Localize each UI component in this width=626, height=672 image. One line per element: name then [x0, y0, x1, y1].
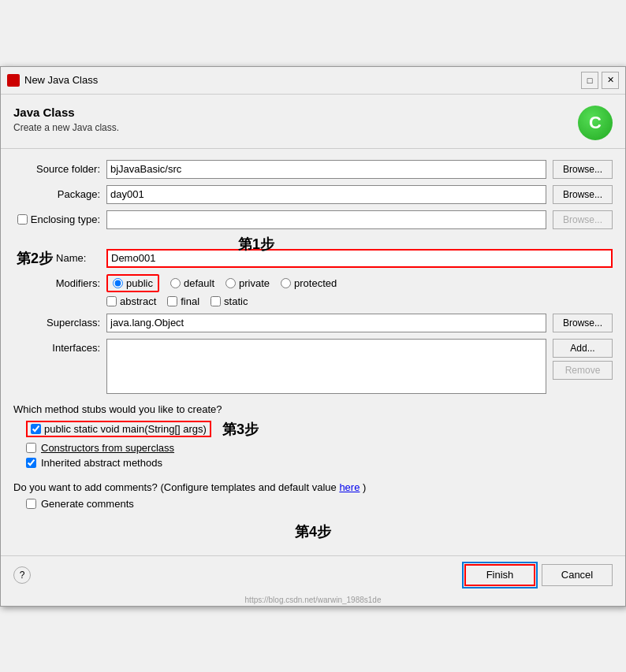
protected-label: protected	[294, 277, 337, 289]
enclosing-type-checkbox[interactable]	[17, 214, 28, 225]
final-label: final	[181, 295, 199, 307]
dialog-subtitle: Create a new Java class.	[13, 122, 119, 133]
abstract-checkbox-option: abstract	[106, 295, 156, 307]
help-button[interactable]: ?	[13, 566, 31, 584]
footer-left: ?	[13, 566, 31, 584]
interfaces-section: Interfaces: Add... Remove	[13, 339, 613, 394]
close-button[interactable]: ✕	[602, 72, 619, 89]
source-folder-browse-button[interactable]: Browse...	[553, 160, 613, 179]
step2-label: 第2步	[17, 249, 53, 268]
superclass-browse-button[interactable]: Browse...	[553, 314, 613, 332]
private-label: private	[239, 277, 270, 289]
generate-comments-checkbox[interactable]	[26, 499, 36, 509]
name-input[interactable]	[106, 249, 613, 268]
package-input[interactable]	[106, 185, 546, 204]
protected-radio[interactable]	[281, 278, 291, 288]
inherited-item: Inherited abstract methods	[26, 457, 613, 469]
static-label: static	[224, 295, 248, 307]
private-radio[interactable]	[225, 278, 236, 288]
step1-label: 第1步	[238, 235, 274, 254]
add-interface-button[interactable]: Add...	[553, 339, 613, 358]
package-browse-button[interactable]: Browse...	[553, 185, 613, 204]
inherited-label: Inherited abstract methods	[41, 457, 162, 469]
main-method-checkbox[interactable]	[31, 424, 41, 434]
modifier-checkboxes: abstract final static	[106, 295, 613, 307]
dialog-body: Source folder: Browse... Package: Browse…	[1, 149, 625, 555]
title-text: New Java Class	[24, 74, 576, 86]
superclass-input[interactable]	[106, 314, 546, 332]
source-folder-row: Source folder: Browse...	[13, 160, 613, 179]
dialog-footer: ? Finish Cancel	[1, 555, 625, 594]
method-stubs-section: Which method stubs would you like to cre…	[13, 403, 613, 472]
interfaces-buttons: Add... Remove	[553, 339, 613, 394]
default-radio-option: default	[170, 277, 214, 289]
abstract-checkbox[interactable]	[106, 296, 117, 306]
radio-group: public default private protected	[106, 274, 337, 292]
static-checkbox[interactable]	[211, 296, 221, 306]
final-checkbox-option: final	[167, 295, 199, 307]
dialog-header-text: Java Class Create a new Java class.	[13, 106, 119, 133]
dialog-title: Java Class	[13, 106, 119, 119]
modifiers-row: Modifiers: public default private	[13, 274, 613, 292]
static-checkbox-option: static	[211, 295, 248, 307]
enclosing-type-label: Enclosing type:	[31, 213, 100, 225]
enclosing-type-input[interactable]	[106, 210, 546, 229]
cancel-button[interactable]: Cancel	[542, 564, 613, 586]
dialog-window: New Java Class □ ✕ Java Class Create a n…	[0, 66, 626, 607]
protected-radio-option: protected	[281, 277, 337, 289]
title-controls: □ ✕	[581, 72, 619, 89]
enclosing-browse-button: Browse...	[553, 210, 613, 229]
interfaces-label: Interfaces:	[13, 339, 100, 394]
main-method-highlight: public static void main(String[] args)	[26, 421, 211, 437]
name-row: 第1步 第2步 Name:	[13, 249, 613, 268]
abstract-label: abstract	[120, 295, 156, 307]
final-checkbox[interactable]	[167, 296, 177, 306]
enclosing-type-row: Enclosing type: Browse...	[13, 210, 613, 229]
main-method-label: public static void main(String[] args)	[44, 423, 207, 435]
generate-comments-row: Generate comments	[26, 498, 613, 510]
comments-question-text: Do you want to add comments? (Configure …	[13, 481, 337, 493]
footer-right: Finish Cancel	[464, 564, 613, 586]
package-label: Package:	[13, 188, 100, 200]
default-radio[interactable]	[170, 278, 181, 288]
constructors-item: Constructors from superclass	[26, 442, 613, 454]
inherited-checkbox[interactable]	[26, 458, 36, 468]
superclass-label: Superclass:	[13, 317, 100, 329]
title-bar: New Java Class □ ✕	[1, 67, 625, 95]
title-icon	[7, 74, 20, 87]
main-method-item: public static void main(String[] args) 第…	[26, 420, 613, 439]
generate-comments-label: Generate comments	[41, 498, 134, 510]
constructors-checkbox[interactable]	[26, 443, 36, 453]
source-folder-input[interactable]	[106, 160, 546, 179]
step4-label: 第4步	[13, 522, 613, 541]
modifiers-section: Modifiers: public default private	[13, 274, 613, 307]
default-label: default	[184, 277, 214, 289]
java-icon: C	[578, 106, 613, 140]
remove-interface-button: Remove	[553, 361, 613, 380]
public-label: public	[126, 277, 153, 289]
public-radio-highlight: public	[106, 274, 159, 292]
package-row: Package: Browse...	[13, 185, 613, 204]
superclass-row: Superclass: Browse...	[13, 314, 613, 332]
watermark: https://blog.csdn.net/warwin_1988s1de	[1, 594, 625, 606]
finish-button[interactable]: Finish	[464, 564, 535, 586]
comments-close-paren: )	[363, 481, 366, 493]
interfaces-box	[106, 339, 546, 394]
constructors-label: Constructors from superclass	[41, 442, 174, 454]
name-label: Name:	[56, 252, 86, 264]
dialog-header: Java Class Create a new Java class. C	[1, 95, 625, 149]
minimize-button[interactable]: □	[581, 72, 598, 89]
comments-here-link[interactable]: here	[339, 481, 360, 493]
step3-label: 第3步	[222, 420, 259, 439]
method-stubs-title: Which method stubs would you like to cre…	[13, 403, 613, 415]
comments-section: Do you want to add comments? (Configure …	[13, 481, 613, 510]
public-radio[interactable]	[113, 278, 123, 288]
source-folder-label: Source folder:	[13, 163, 100, 175]
private-radio-option: private	[225, 277, 270, 289]
modifiers-label: Modifiers:	[13, 277, 100, 289]
comments-question: Do you want to add comments? (Configure …	[13, 481, 613, 493]
